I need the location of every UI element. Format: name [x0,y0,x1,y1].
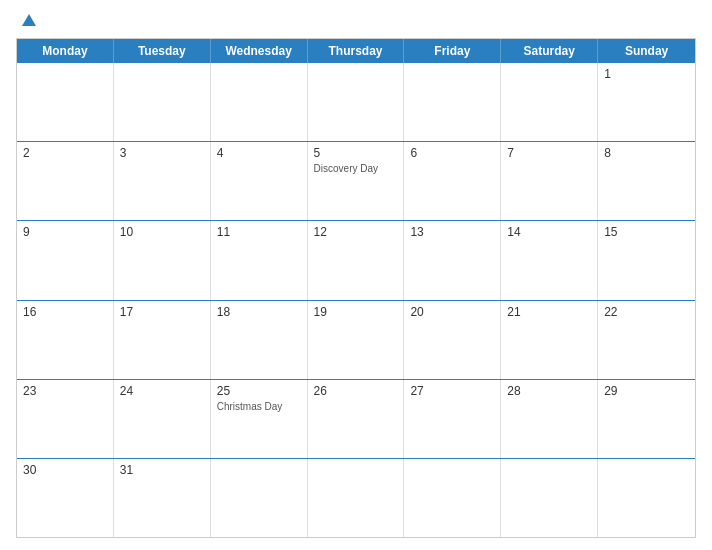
day-cell: 11 [211,221,308,299]
day-header-thursday: Thursday [308,39,405,63]
logo [16,12,38,30]
day-header-saturday: Saturday [501,39,598,63]
calendar: MondayTuesdayWednesdayThursdayFridaySatu… [16,38,696,538]
day-number: 3 [120,146,204,160]
day-cell: 13 [404,221,501,299]
day-number: 8 [604,146,689,160]
week-row-2: 9101112131415 [17,220,695,299]
day-cell: 9 [17,221,114,299]
logo-icon [20,12,38,30]
day-number: 26 [314,384,398,398]
day-cell [501,63,598,141]
day-number: 25 [217,384,301,398]
day-number: 27 [410,384,494,398]
day-number: 18 [217,305,301,319]
week-row-5: 3031 [17,458,695,537]
day-cell: 2 [17,142,114,220]
day-cell [404,459,501,537]
day-event: Christmas Day [217,400,301,413]
day-cell [308,459,405,537]
day-number: 22 [604,305,689,319]
day-cell [598,459,695,537]
day-cell: 8 [598,142,695,220]
day-cell: 12 [308,221,405,299]
day-header-friday: Friday [404,39,501,63]
week-row-0: 1 [17,63,695,141]
day-number: 9 [23,225,107,239]
day-cell: 20 [404,301,501,379]
day-cell: 1 [598,63,695,141]
week-row-3: 16171819202122 [17,300,695,379]
day-number: 10 [120,225,204,239]
day-header-sunday: Sunday [598,39,695,63]
week-row-4: 232425Christmas Day26272829 [17,379,695,458]
day-cell: 6 [404,142,501,220]
day-number: 16 [23,305,107,319]
day-cell: 5Discovery Day [308,142,405,220]
day-cell: 27 [404,380,501,458]
day-cell [404,63,501,141]
page: MondayTuesdayWednesdayThursdayFridaySatu… [0,0,712,550]
day-cell: 16 [17,301,114,379]
day-number: 11 [217,225,301,239]
day-cell: 30 [17,459,114,537]
day-number: 6 [410,146,494,160]
day-number: 31 [120,463,204,477]
day-cell: 25Christmas Day [211,380,308,458]
day-number: 30 [23,463,107,477]
day-event: Discovery Day [314,162,398,175]
day-number: 19 [314,305,398,319]
day-number: 24 [120,384,204,398]
day-cell: 21 [501,301,598,379]
day-cell: 7 [501,142,598,220]
day-cell: 29 [598,380,695,458]
day-number: 29 [604,384,689,398]
day-number: 13 [410,225,494,239]
day-cell [501,459,598,537]
day-number: 1 [604,67,689,81]
day-cell [114,63,211,141]
day-cell: 10 [114,221,211,299]
day-number: 15 [604,225,689,239]
day-number: 7 [507,146,591,160]
day-cell: 15 [598,221,695,299]
day-cell: 24 [114,380,211,458]
day-cell: 31 [114,459,211,537]
day-cell [211,459,308,537]
day-cell [308,63,405,141]
day-number: 14 [507,225,591,239]
day-number: 2 [23,146,107,160]
day-cell: 3 [114,142,211,220]
day-header-monday: Monday [17,39,114,63]
day-cell: 28 [501,380,598,458]
day-number: 17 [120,305,204,319]
day-number: 21 [507,305,591,319]
header [16,12,696,30]
day-number: 28 [507,384,591,398]
weeks: 12345Discovery Day6789101112131415161718… [17,63,695,537]
day-cell: 19 [308,301,405,379]
day-headers: MondayTuesdayWednesdayThursdayFridaySatu… [17,39,695,63]
day-number: 5 [314,146,398,160]
day-cell: 26 [308,380,405,458]
day-number: 20 [410,305,494,319]
day-cell: 17 [114,301,211,379]
day-number: 12 [314,225,398,239]
day-cell: 22 [598,301,695,379]
day-cell [211,63,308,141]
day-cell: 4 [211,142,308,220]
day-number: 4 [217,146,301,160]
day-cell [17,63,114,141]
day-cell: 23 [17,380,114,458]
day-cell: 18 [211,301,308,379]
day-header-tuesday: Tuesday [114,39,211,63]
day-header-wednesday: Wednesday [211,39,308,63]
svg-marker-0 [22,14,36,26]
day-cell: 14 [501,221,598,299]
week-row-1: 2345Discovery Day678 [17,141,695,220]
day-number: 23 [23,384,107,398]
